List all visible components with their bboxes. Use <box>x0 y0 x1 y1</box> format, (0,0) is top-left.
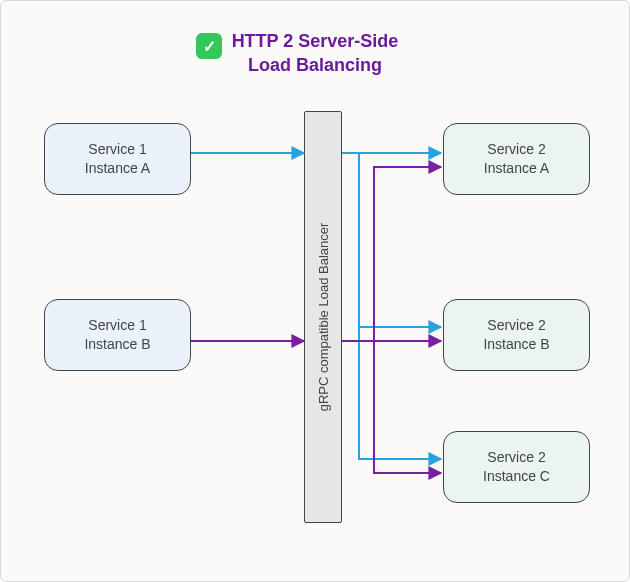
connections <box>1 1 630 582</box>
